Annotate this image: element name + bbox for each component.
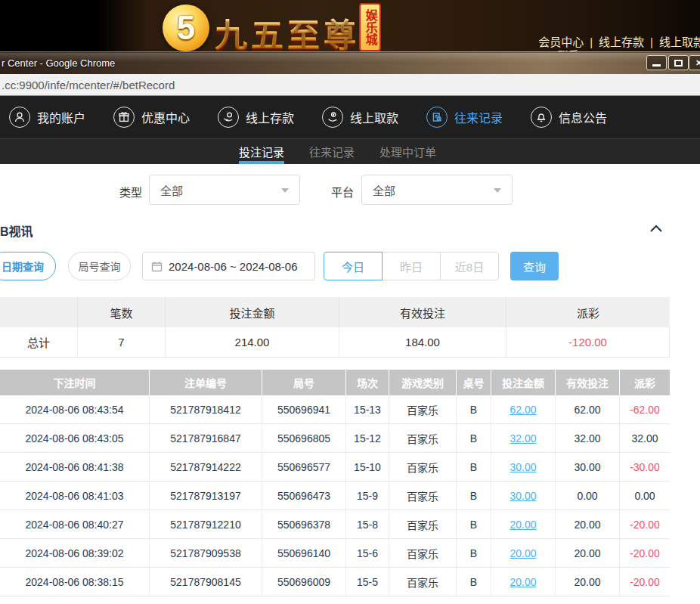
chevron-down-icon [494,188,501,193]
close-button[interactable]: ✕ [689,55,700,70]
withdraw-icon [322,107,343,128]
cell-valid-bet: 0.00 [556,482,620,510]
cell-order-no: 521787914222 [150,453,262,481]
col-header-valid-bet: 有效投注 [556,370,620,395]
summary-header-payout: 派彩 [506,297,670,327]
cell-bet-time: 2024-08-06 08:38:15 [0,568,150,596]
table-row: 2024-08-06 08:41:38 521787914222 5506965… [0,453,670,482]
nav-label: 优惠中心 [141,108,190,126]
bet-amount-link[interactable]: 62.00 [510,404,536,416]
site-banner: 5 九五至尊 娱乐城 会员中心|线上存款|线上取款 联系 [0,0,700,51]
cell-payout: -62.00 [620,395,670,423]
col-header-round-no: 局号 [262,370,346,395]
deposit-icon [218,107,239,128]
collapse-section-button[interactable] [649,223,665,237]
badge-char: 娱乐城 [363,9,376,45]
logo-badge: 娱乐城 [359,3,381,51]
type-select[interactable]: 全部 [149,175,300,205]
summary-header-count: 笔数 [78,297,166,327]
minimize-button[interactable] [646,55,667,70]
cell-session: 15-6 [346,539,389,567]
summary-header-valid-bet: 有效投注 [339,297,506,327]
quick-today-button[interactable]: 今日 [324,252,383,280]
calendar-icon [151,261,163,272]
cell-session: 15-13 [346,395,389,423]
cell-table-no: B [457,539,491,567]
address-bar[interactable]: .cc:9900/infe/mcenter/#/betRecord [0,74,700,96]
nav-item-notices[interactable]: 信息公告 [531,107,607,128]
nav-label: 线上存款 [246,108,294,126]
cell-valid-bet: 30.00 [556,453,620,481]
table-row: 2024-08-06 08:43:54 521787918412 5506969… [0,395,670,424]
minimize-icon [652,64,661,67]
cell-order-no: 521787918412 [150,395,262,423]
bet-amount-link[interactable]: 20.00 [510,576,536,588]
cell-payout: 32.00 [620,424,670,452]
bet-amount-link[interactable]: 32.00 [510,432,536,444]
summary-header-bet-amount: 投注金额 [166,297,339,327]
search-button[interactable]: 查询 [510,252,559,280]
cell-game-type: 百家乐 [389,568,457,596]
cell-table-no: B [457,453,491,481]
quick-yesterday-button[interactable]: 昨日 [382,252,441,280]
cell-round-no: 550696140 [262,539,346,567]
nav-item-my-account[interactable]: 我的账户 [9,107,85,128]
round-query-toggle[interactable]: 局号查询 [68,252,131,280]
cell-order-no: 521787912210 [150,510,262,538]
date-range-input[interactable]: 2024-08-06 ~ 2024-08-06 [142,252,315,280]
record-tabs: 投注记录 往来记录 处理中订单 [0,139,700,164]
cell-table-no: B [457,395,491,423]
maximize-button[interactable] [668,55,689,70]
online-deposit-link[interactable]: 线上存款 [599,36,644,48]
quick-last8days-button[interactable]: 近8日 [440,252,499,280]
cell-round-no: 550696473 [262,482,346,510]
cell-game-type: 百家乐 [389,395,457,423]
summary-valid-bet-value: 184.00 [339,327,506,357]
date-query-toggle[interactable]: 日期查询 [0,252,56,280]
col-header-table-no: 桌号 [457,370,491,395]
nav-item-records[interactable]: 往来记录 [426,107,503,128]
cell-session: 15-12 [346,424,389,452]
section-title: B视讯 [0,221,33,240]
bet-amount-link[interactable]: 30.00 [510,461,536,473]
cell-bet-time: 2024-08-06 08:40:27 [0,510,150,538]
cell-payout: 0.00 [620,482,670,510]
bet-amount-link[interactable]: 20.00 [510,519,536,531]
col-header-session: 场次 [346,370,389,395]
nav-item-deposit[interactable]: 线上存款 [218,107,294,128]
cell-table-no: B [457,482,491,510]
nav-item-withdraw[interactable]: 线上取款 [322,107,398,128]
nav-label: 往来记录 [454,108,503,126]
cell-valid-bet: 62.00 [556,395,620,423]
user-icon [9,107,30,128]
cell-table-no: B [457,568,491,596]
table-header-row: 下注时间 注单编号 局号 场次 游戏类别 桌号 投注金额 有效投注 派彩 [0,370,670,395]
cell-bet-time: 2024-08-06 08:39:02 [0,539,150,567]
chevron-up-icon [649,223,664,234]
logo-coin-icon: 5 [163,5,209,51]
nav-item-promotions[interactable]: 优惠中心 [113,107,190,128]
platform-select[interactable]: 全部 [361,175,513,205]
records-icon [426,107,448,128]
cell-game-type: 百家乐 [389,510,457,538]
bet-amount-link[interactable]: 20.00 [510,547,536,559]
bet-amount-link[interactable]: 30.00 [510,490,536,502]
cell-table-no: B [457,424,491,452]
cell-session: 15-9 [346,482,389,510]
nav-label: 信息公告 [559,108,607,126]
tab-pending-orders[interactable]: 处理中订单 [379,139,436,164]
cell-round-no: 550696378 [262,510,346,538]
col-header-order-no: 注单编号 [150,370,262,395]
date-range-value: 2024-08-06 ~ 2024-08-06 [169,260,298,273]
cell-valid-bet: 20.00 [556,539,620,567]
cell-table-no: B [457,510,491,538]
window-titlebar[interactable]: r Center - Google Chrome ✕ [0,51,700,74]
tab-bet-records[interactable]: 投注记录 [239,139,284,164]
cell-valid-bet: 32.00 [556,424,620,452]
cell-session: 15-5 [346,568,389,596]
tab-transaction-records[interactable]: 往来记录 [309,139,355,164]
summary-header-row: 笔数 投注金额 有效投注 派彩 [0,297,670,327]
online-withdraw-link[interactable]: 线上取款 [659,36,700,48]
cell-bet-time: 2024-08-06 08:41:38 [0,453,150,481]
link-separator: | [650,36,653,48]
